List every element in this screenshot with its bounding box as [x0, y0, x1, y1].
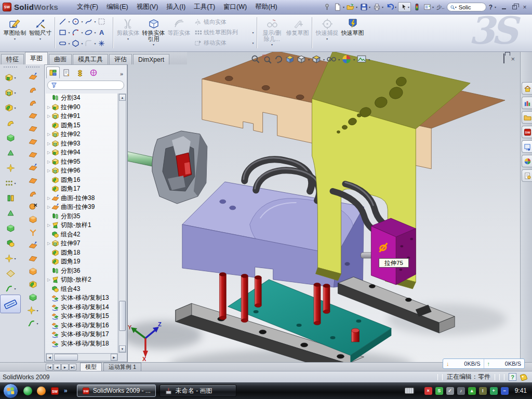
warning-alert-tray-icon[interactable]: !	[479, 387, 487, 395]
messenger-icon[interactable]	[23, 387, 32, 395]
rotate-view-button[interactable]	[273, 54, 284, 64]
pick-box-tool[interactable]	[97, 17, 106, 26]
tree-item[interactable]: 圆角17	[46, 184, 117, 194]
tree-item[interactable]: ▷拉伸93	[46, 139, 117, 149]
safety-center-icon[interactable]	[37, 387, 46, 395]
solidworks-search-button[interactable]: SW	[522, 126, 532, 138]
linear-sketch-pattern-dropdown[interactable]: ▾	[251, 31, 255, 34]
boundary-surface-tool[interactable]	[29, 122, 37, 135]
shell-tool[interactable]	[6, 221, 15, 236]
property-manager-tab[interactable]	[60, 66, 73, 78]
quick-tips-help-button[interactable]: ?	[509, 373, 516, 381]
ribbon-tab-3[interactable]: 模具工具	[73, 54, 108, 64]
tree-horizontal-scrollbar[interactable]: ◀ ▶	[46, 353, 118, 361]
select-tool-button[interactable]: ▾	[398, 2, 411, 12]
tree-item[interactable]: 实体-移动/复制18	[46, 339, 117, 349]
display-style-button[interactable]	[296, 54, 307, 64]
draft-tool[interactable]	[6, 206, 15, 221]
antivirus-shield-tray-icon[interactable]: ×	[424, 387, 432, 395]
custom-properties-button[interactable]	[522, 169, 532, 182]
tree-item[interactable]: ▷拉伸91	[46, 112, 117, 121]
motion-study-tab[interactable]: 运动算例 1	[103, 363, 141, 371]
security-shield-tray-icon[interactable]: S	[435, 387, 443, 395]
close-button[interactable]: ×	[520, 3, 530, 11]
filled-surface-tool[interactable]	[29, 135, 37, 148]
surface-curves-dropdown[interactable]: ▾	[36, 322, 38, 325]
linear-pattern-tool[interactable]: ▾	[5, 176, 16, 191]
display-delete-relations-dropdown[interactable]: ▾	[271, 43, 273, 46]
new-document-button-dropdown[interactable]: ▾	[343, 5, 344, 9]
scroll-down-button[interactable]: ▼	[119, 345, 126, 352]
volume-tray-icon[interactable]: ♪	[457, 387, 465, 395]
tree-item[interactable]: 组合42	[46, 230, 117, 240]
view-palette-button[interactable]	[522, 140, 532, 153]
circle-dropdown[interactable]: ▾	[80, 20, 84, 23]
planar-surface-tool[interactable]	[29, 148, 37, 161]
menu-item-4[interactable]: 工具(T)	[190, 2, 219, 12]
delete-face-tool[interactable]	[29, 200, 37, 213]
menu-item-0[interactable]: 文件(F)	[73, 2, 102, 12]
quick-launch-overflow-chevron[interactable]: »	[64, 387, 68, 394]
new-document-button[interactable]	[333, 3, 342, 11]
swept-surface-tool[interactable]	[29, 96, 37, 109]
lofted-surface-tool[interactable]	[29, 109, 37, 122]
edit-appearance-button[interactable]	[341, 54, 352, 64]
doc-restore-button[interactable]	[503, 54, 504, 63]
tree-item[interactable]: 实体-移动/复制13	[46, 294, 117, 303]
linear-pattern-dropdown[interactable]: ▾	[14, 181, 16, 185]
print-button[interactable]	[372, 3, 381, 11]
tree-item[interactable]: ▷曲面-拉伸39	[46, 203, 117, 212]
tree-item[interactable]: 分割34	[46, 94, 117, 103]
menu-item-6[interactable]: 帮助(H)	[251, 2, 281, 12]
zoom-to-area-button[interactable]	[262, 54, 272, 64]
options-button[interactable]	[422, 3, 432, 11]
reference-geometry-dropdown[interactable]: ▾	[14, 257, 16, 260]
save-button-dropdown[interactable]: ▾	[369, 5, 370, 9]
expand-arrow-icon[interactable]: ▷	[46, 105, 51, 110]
expand-arrow-icon[interactable]: ▷	[46, 241, 51, 246]
extend-surface-tool[interactable]	[29, 226, 37, 239]
menu-item-2[interactable]: 视图(V)	[132, 2, 163, 12]
mirror-tool[interactable]	[6, 236, 15, 251]
print-button-dropdown[interactable]: ▾	[382, 5, 383, 9]
smart-dimension-dropdown[interactable]: ▾	[39, 37, 41, 41]
system-update-tray-icon[interactable]: ✓	[446, 387, 454, 395]
magenta-block[interactable]	[371, 218, 416, 285]
taskbar-task-1[interactable]: 未命名 - 画图	[159, 384, 236, 397]
untrim-surface-tool[interactable]	[29, 252, 37, 265]
view-orientation-button[interactable]	[311, 54, 322, 64]
text-tool[interactable]: A	[97, 28, 106, 37]
curves-dropdown[interactable]: ▾	[14, 287, 16, 290]
tree-item[interactable]: ▷拉伸95	[46, 157, 117, 167]
tree-item[interactable]: ▷切除-放样1	[46, 221, 117, 230]
thicken-tool[interactable]	[29, 265, 37, 278]
undo-button-dropdown[interactable]: ▾	[395, 5, 396, 9]
expand-arrow-icon[interactable]: ▷	[46, 159, 51, 164]
health-shield-tray-icon[interactable]: +	[490, 387, 498, 395]
tree-item[interactable]: 组合43	[46, 285, 117, 294]
scroll-thumb[interactable]	[119, 301, 126, 331]
menu-item-5[interactable]: 窗口(W)	[219, 2, 251, 12]
tree-item[interactable]: 圆角15	[46, 121, 117, 130]
ellipse-tool[interactable]	[84, 28, 93, 37]
view-orientation-dropdown[interactable]: ▾	[323, 58, 325, 61]
tree-item[interactable]: ▷拉伸94	[46, 148, 117, 157]
trim-surface-tool[interactable]	[29, 239, 37, 252]
tree-item[interactable]: 圆角18	[46, 248, 117, 258]
quick-snaps-dropdown[interactable]: ▾	[326, 37, 328, 41]
fillet-dropdown[interactable]: ▾	[14, 106, 16, 110]
fillet-tool[interactable]: ▾	[5, 100, 16, 115]
pin-toolbar-icon[interactable]	[323, 3, 332, 11]
select-tool-dropdown[interactable]: ▾	[408, 5, 409, 9]
tree-item[interactable]: ▷切除-放样2	[46, 275, 117, 285]
smart-dimension-button[interactable]: 智能尺寸▾	[28, 16, 53, 49]
extruded-cut-tool[interactable]: ▾	[5, 85, 16, 100]
tree-item[interactable]: 圆角19	[46, 257, 117, 267]
polygon-dropdown[interactable]: ▾	[80, 42, 84, 45]
configuration-manager-tab[interactable]	[73, 66, 87, 78]
start-button[interactable]	[3, 383, 18, 398]
expand-arrow-icon[interactable]: ▷	[46, 114, 51, 118]
tree-item[interactable]: 实体-移动/复制14	[46, 303, 117, 312]
expand-arrow-icon[interactable]: ▷	[46, 196, 51, 201]
tree-item[interactable]: 圆角16	[46, 176, 117, 185]
